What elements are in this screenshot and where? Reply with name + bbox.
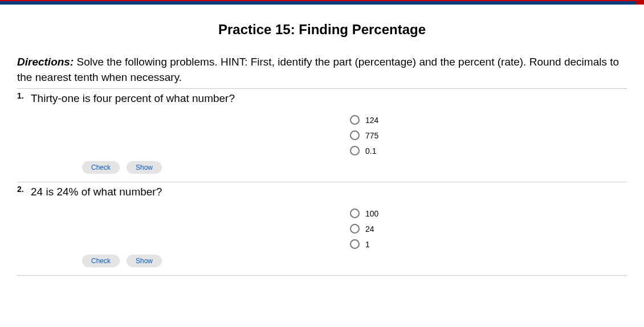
option-label: 1 xyxy=(365,240,370,249)
radio-icon xyxy=(350,224,360,234)
button-row: Check Show xyxy=(82,161,627,174)
option-label: 24 xyxy=(365,224,374,234)
page-content: Practice 15: Finding Percentage Directio… xyxy=(0,5,644,281)
option[interactable]: 0.1 xyxy=(350,146,627,156)
page-title: Practice 15: Finding Percentage xyxy=(17,22,627,38)
option[interactable]: 24 xyxy=(350,224,627,234)
option-label: 775 xyxy=(365,131,378,140)
show-button[interactable]: Show xyxy=(127,255,162,267)
options: 124 775 0.1 xyxy=(350,115,627,156)
option-label: 124 xyxy=(365,116,378,125)
topbar-accent xyxy=(636,0,644,5)
problem: 2. 24 is 24% of what number? 100 24 1 xyxy=(17,182,627,276)
option-label: 0.1 xyxy=(365,146,376,156)
option[interactable]: 124 xyxy=(350,115,627,125)
check-button[interactable]: Check xyxy=(82,255,120,267)
problem-body: 24 is 24% of what number? 100 24 1 xyxy=(31,186,627,267)
radio-icon xyxy=(350,239,360,249)
directions-label: Directions: xyxy=(17,56,74,68)
directions-text: Solve the following problems. HINT: Firs… xyxy=(17,56,619,83)
problem: 1. Thirty-one is four percent of what nu… xyxy=(17,89,627,182)
option[interactable]: 775 xyxy=(350,130,627,140)
problem-body: Thirty-one is four percent of what numbe… xyxy=(31,92,627,174)
option[interactable]: 1 xyxy=(350,239,627,249)
show-button[interactable]: Show xyxy=(127,161,162,174)
question-text: Thirty-one is four percent of what numbe… xyxy=(31,92,627,105)
radio-icon xyxy=(350,146,360,156)
option[interactable]: 100 xyxy=(350,209,627,218)
radio-icon xyxy=(350,130,360,140)
directions: Directions: Solve the following problems… xyxy=(17,55,627,85)
problem-number: 1. xyxy=(17,91,24,100)
option-label: 100 xyxy=(365,209,378,218)
problem-list: 1. Thirty-one is four percent of what nu… xyxy=(17,88,627,276)
options: 100 24 1 xyxy=(350,209,627,249)
check-button[interactable]: Check xyxy=(82,161,120,174)
top-bar xyxy=(0,0,644,5)
radio-icon xyxy=(350,115,360,125)
button-row: Check Show xyxy=(82,255,627,267)
problem-number: 2. xyxy=(17,185,24,194)
radio-icon xyxy=(350,209,360,218)
question-text: 24 is 24% of what number? xyxy=(31,186,627,198)
